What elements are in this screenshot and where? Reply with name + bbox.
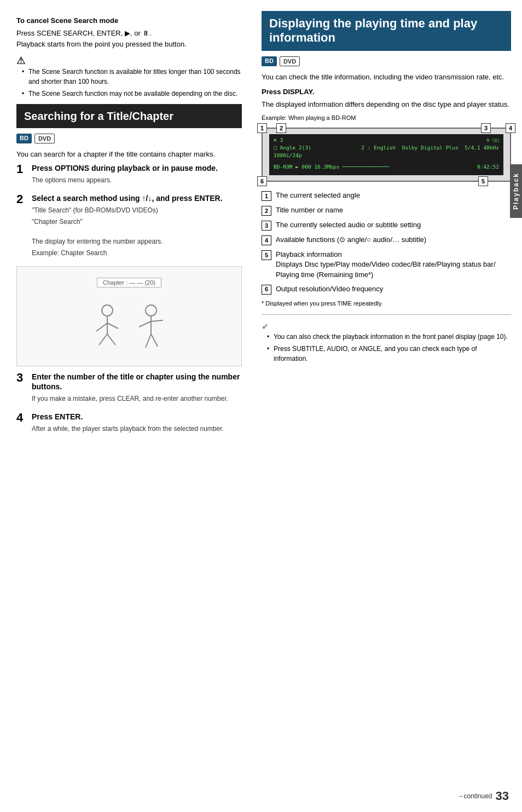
stick-figure-left <box>91 304 124 353</box>
search-intro: You can search for a chapter if the titl… <box>16 149 242 160</box>
chapter-search-figure: Chapter : — — (20) <box>16 266 242 366</box>
press-display-sub: The displayed information differs depend… <box>262 99 511 110</box>
label-text-5: Playback informationDisplays Disc type/P… <box>276 250 496 280</box>
display-label-2: 2 Title number or name <box>262 205 511 216</box>
svg-line-3 <box>107 323 118 329</box>
badge-bd-search: BD <box>16 134 32 143</box>
display-label-3: 3 The currently selected audio or subtit… <box>262 220 511 231</box>
screen-time: 0:42:52 <box>477 164 499 170</box>
screen-codec: BD-ROM ► 000 16.3Mbps ─────────────── <box>274 164 390 170</box>
page-footer: →continued 33 <box>457 789 509 803</box>
continued-text: →continued <box>457 792 492 800</box>
step-3: 3 Enter the number of the title or chapt… <box>16 372 242 405</box>
tip-icon: ✔ <box>262 321 269 332</box>
step-1-title: Press OPTIONS during playback or in paus… <box>32 163 242 173</box>
label-text-3: The currently selected audio or subtitle… <box>276 220 421 230</box>
step-4-content: Press ENTER. After a while, the player s… <box>32 412 242 435</box>
right-column: Displaying the playing time and play inf… <box>252 0 522 812</box>
display-label-6: 6 Output resolution/Video frequency <box>262 284 511 295</box>
label-num-2: 2 <box>262 206 271 216</box>
svg-point-6 <box>146 305 156 316</box>
label-text-1: The current selected angle <box>276 191 360 200</box>
screen-row1-right: ⊙ ○○ <box>486 137 499 143</box>
display-label-4: 4 Available functions (⊙ angle/○ audio/…… <box>262 235 511 245</box>
note-list-1: The Scene Search function is available f… <box>16 67 242 99</box>
step-2-sub1: "Title Search" (for BD-ROMs/DVD VIDEOs) <box>32 205 242 215</box>
svg-line-5 <box>107 334 115 345</box>
step-2-title: Select a search method using ↑/↓, and pr… <box>32 193 242 203</box>
label-num-3: 3 <box>262 221 271 231</box>
example-label: Example: When playing a BD-ROM <box>262 113 511 123</box>
asterisk-note: * Displayed when you press TIME repeated… <box>262 299 511 308</box>
badge-dvd-search: DVD <box>34 134 55 143</box>
step-1-number: 1 <box>16 163 26 175</box>
playback-sidebar-label: Playback <box>510 164 522 218</box>
bd-display-diagram: 1 2 3 4 5 6 ≡ 3 ⊙ ○○ □ Angle 2(3) 2 : En… <box>262 128 511 182</box>
search-section-header: Searching for a Title/Chapter <box>16 104 242 128</box>
svg-line-9 <box>151 320 163 321</box>
label-num-1: 1 <box>262 191 271 201</box>
svg-point-0 <box>102 305 113 316</box>
page-number: 33 <box>496 789 509 803</box>
svg-line-4 <box>99 334 107 345</box>
step-3-number: 3 <box>16 372 26 384</box>
label-num-5: 5 <box>262 250 271 260</box>
step-4-sub: After a while, the player starts playbac… <box>32 424 242 434</box>
screen-audio: 2 : English Dolby Digital Plus 5/4.1 48k… <box>361 145 499 151</box>
note-block-1: ⚠ The Scene Search function is available… <box>16 55 242 99</box>
cancel-body: Press SCENE SEARCH, ENTER, ▶, or ⏸.Playb… <box>16 28 242 49</box>
note-icon-1: ⚠ <box>16 55 242 67</box>
tip-2: Press SUBTITLE, AUDIO, or ANGLE, and you… <box>267 344 511 364</box>
step-2-sub4: Example: Chapter Search <box>32 248 242 258</box>
step-2-content: Select a search method using ↑/↓, and pr… <box>32 193 242 260</box>
label-num-6: 6 <box>262 285 271 295</box>
screen-resolution: 1080i/24p <box>274 152 499 158</box>
tips-block: ✔ You can also check the playback inform… <box>262 321 511 364</box>
step-2: 2 Select a search method using ↑/↓, and … <box>16 193 242 260</box>
corner-num-4: 4 <box>506 123 515 133</box>
step-3-sub: If you make a mistake, press CLEAR, and … <box>32 394 242 404</box>
screen-row1-left: ≡ 3 <box>274 137 283 143</box>
label-num-4: 4 <box>262 235 271 245</box>
label-text-4: Available functions (⊙ angle/○ audio/… s… <box>276 235 426 245</box>
tips-list: You can also check the playback informat… <box>262 332 511 364</box>
note-item-1: The Scene Search function is available f… <box>22 67 242 87</box>
svg-line-10 <box>146 334 151 348</box>
screen-row3: BD-ROM ► 000 16.3Mbps ─────────────── 0:… <box>274 164 499 170</box>
note-item-2: The Scene Search function may not be ava… <box>22 89 242 99</box>
cancel-title: To cancel Scene Search mode <box>16 16 242 25</box>
label-text-6: Output resolution/Video frequency <box>276 284 383 294</box>
step-4: 4 Press ENTER. After a while, the player… <box>16 412 242 435</box>
corner-num-2: 2 <box>276 123 286 133</box>
display-label-5: 5 Playback informationDisplays Disc type… <box>262 250 511 280</box>
cancel-section: To cancel Scene Search mode Press SCENE … <box>16 16 242 49</box>
step-1-sub: The options menu appears. <box>32 175 242 185</box>
step-4-title: Press ENTER. <box>32 412 242 422</box>
screen-angle: □ Angle 2(3) <box>274 145 311 151</box>
display-labels-list: 1 The current selected angle 2 Title num… <box>262 191 511 295</box>
press-display-title: Press DISPLAY. <box>262 88 511 96</box>
right-intro: You can check the title information, inc… <box>262 72 511 83</box>
step-2-number: 2 <box>16 193 26 205</box>
corner-num-3: 3 <box>481 123 491 133</box>
right-header: Displaying the playing time and play inf… <box>262 11 511 51</box>
step-2-sub2: "Chapter Search" <box>32 217 242 227</box>
step-3-content: Enter the number of the title or chapter… <box>32 372 242 405</box>
stick-figure-right <box>135 304 167 353</box>
step-4-number: 4 <box>16 412 26 424</box>
corner-num-5: 5 <box>478 176 488 186</box>
panel-screen: ≡ 3 ⊙ ○○ □ Angle 2(3) 2 : English Dolby … <box>269 134 503 175</box>
svg-line-11 <box>151 334 158 347</box>
screen-row1: ≡ 3 ⊙ ○○ <box>274 137 499 143</box>
right-badge-row: BD DVD <box>262 56 511 66</box>
divider <box>262 314 511 315</box>
badge-dvd-right: DVD <box>280 56 300 66</box>
step-2-sub3: The display for entering the number appe… <box>32 237 242 246</box>
svg-line-8 <box>139 321 151 327</box>
label-text-2: Title number or name <box>276 205 343 215</box>
step-1: 1 Press OPTIONS during playback or in pa… <box>16 163 242 187</box>
search-badge-row: BD DVD <box>16 134 242 143</box>
chapter-label: Chapter : — — (20) <box>97 278 161 287</box>
tip-1: You can also check the playback informat… <box>267 332 511 342</box>
step-1-content: Press OPTIONS during playback or in paus… <box>32 163 242 187</box>
